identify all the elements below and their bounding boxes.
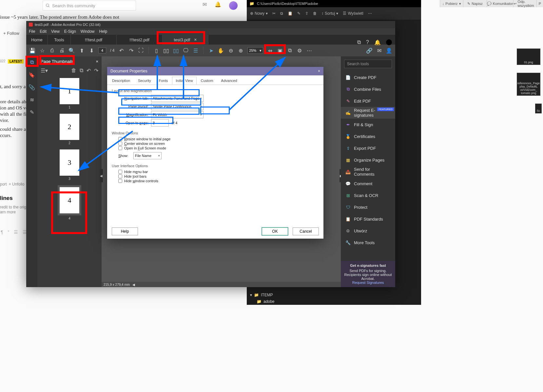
format-icon[interactable]: ¶ — [1, 229, 3, 235]
resize-checkbox[interactable]: Resize window to initial page — [118, 137, 319, 141]
menu-esign[interactable]: E-Sign — [64, 29, 76, 34]
page-number-input[interactable] — [98, 48, 106, 53]
extract-icon[interactable]: ⧉ — [80, 68, 83, 73]
show-select[interactable]: File Name — [133, 152, 162, 159]
hand-icon[interactable]: ✋ — [218, 48, 224, 53]
expand-handle[interactable]: ◀ — [100, 169, 103, 182]
tab-security[interactable]: Security — [134, 77, 155, 85]
tree-item[interactable]: ▾ 📁 ITEMP — [250, 292, 274, 298]
tool-standards[interactable]: 📋PDF Standards — [341, 213, 395, 225]
numbered-list-icon[interactable]: ☰ — [14, 229, 18, 235]
fullscreen-checkbox[interactable]: Open in Full Screen mode — [118, 146, 319, 150]
tab-description[interactable]: Description — [108, 77, 134, 85]
layers-icon[interactable]: ≋ — [29, 96, 35, 103]
tool-certificates[interactable]: 🏅Certificates — [341, 130, 395, 142]
sort-button[interactable]: ↕ Sortuj ▾ — [321, 11, 338, 16]
tool-create-pdf[interactable]: 📄Create PDF — [341, 71, 395, 83]
cut-icon[interactable]: ✂ — [272, 11, 276, 16]
tool-organize[interactable]: ▦Organize Pages — [341, 154, 395, 166]
copy-icon[interactable]: ⧉ — [280, 11, 283, 16]
file-thumb[interactable]: references_Page play_DefaultL utAndZoom_… — [517, 73, 540, 96]
save-icon[interactable]: 💾 — [29, 48, 35, 53]
new-button[interactable]: ⊕ Nowy ▾ — [250, 11, 268, 16]
rename-icon[interactable]: ✎ — [297, 11, 301, 16]
paste-icon[interactable]: 📋 — [288, 11, 293, 16]
tool-more[interactable]: 🔧More Tools — [341, 237, 395, 248]
help-button[interactable]: Help — [112, 227, 138, 235]
hide-toolbar-checkbox[interactable]: Hide tool bars — [118, 174, 319, 178]
help-icon[interactable]: ? — [366, 39, 369, 46]
read-aloud-icon[interactable]: ⧉ — [287, 48, 293, 53]
attachment-icon[interactable]: 📎 — [29, 84, 35, 90]
reading-mode-icon[interactable]: 🖵 — [183, 48, 189, 53]
print-icon[interactable]: 🖨 — [59, 48, 65, 53]
close-icon[interactable]: × — [194, 37, 197, 42]
bell-icon[interactable]: 🔔 — [374, 39, 381, 46]
mail-icon[interactable]: ✉ — [376, 48, 382, 53]
tool-protect[interactable]: 🛡Protect — [341, 201, 395, 213]
down-icon[interactable]: ⬇ — [88, 48, 94, 53]
tab-document[interactable]: !!!test2.pdf — [117, 35, 163, 45]
view-button[interactable]: ☰ Wyświetl — [343, 11, 363, 16]
tab-document-active[interactable]: test3.pdf× — [163, 35, 208, 45]
menu-help[interactable]: Help — [99, 29, 107, 34]
top-tab[interactable]: P — [536, 0, 543, 7]
tool-send-comments[interactable]: 📤Send for Comments — [341, 166, 395, 178]
tab-document[interactable]: !!!test.pdf — [71, 35, 117, 45]
print-preview-icon[interactable]: ⎙ — [49, 48, 55, 53]
rotate-ccw-icon[interactable]: ↶ — [118, 48, 124, 53]
options-icon[interactable]: ☰▾ — [41, 68, 48, 74]
tab-initial-view[interactable]: Initial View — [172, 77, 196, 85]
close-icon[interactable]: × — [318, 69, 320, 73]
tab-tools[interactable]: Tools — [48, 35, 71, 45]
thumbnail-item-selected[interactable]: 44 — [58, 185, 81, 220]
cancel-button[interactable]: Cancel — [293, 227, 319, 235]
select-icon[interactable]: ➤ — [208, 48, 214, 53]
search-icon[interactable]: 🔍 — [69, 48, 75, 53]
thumbnail-item[interactable]: 11 — [60, 78, 79, 109]
zoom-dropdown[interactable]: 25%▾ — [247, 47, 263, 54]
menu-file[interactable]: File — [29, 29, 35, 34]
hide-window-checkbox[interactable]: Hide window controls — [118, 179, 319, 183]
close-icon[interactable]: × — [96, 59, 98, 64]
report-link[interactable]: port + Unfollo — [0, 182, 24, 187]
tool-export[interactable]: ⇪Export PDF — [341, 142, 395, 154]
file-thumb[interactable]: 01.png — [517, 49, 540, 65]
magnification-select[interactable]: Fit Width — [151, 111, 204, 118]
nav-tab-select[interactable]: Attachments Panel and Page — [151, 95, 204, 102]
promo-link[interactable]: Request Signatures — [343, 281, 393, 284]
zoom-in-icon[interactable]: ⊕ — [238, 48, 243, 53]
learn-more-link[interactable]: arn more — [0, 210, 16, 214]
two-page-icon[interactable]: ▯▯ — [163, 48, 169, 53]
tool-fill-sign[interactable]: ✒Fill & Sign — [341, 119, 395, 130]
follow-button[interactable]: + Follow — [3, 31, 19, 36]
continuous-icon[interactable]: ▯▯ — [173, 48, 179, 53]
scroll-left-icon[interactable]: ◀ — [132, 283, 135, 286]
more-icon[interactable]: ⋯ — [306, 48, 312, 53]
bookmark-icon[interactable]: 🔖 — [29, 71, 35, 78]
thumbnail-item[interactable]: 22 — [60, 114, 79, 145]
top-tab[interactable]: ✎ Napisz — [463, 0, 486, 7]
rotate-cw-icon[interactable]: ↷ — [128, 48, 134, 53]
fit-width-icon[interactable]: ⇔ — [267, 48, 273, 53]
thumbnail-item[interactable]: 33 — [60, 149, 79, 181]
tools-search[interactable]: Search tools — [344, 60, 392, 68]
top-tab[interactable]: 💬 Komunikator — [487, 0, 513, 7]
tab-home[interactable]: Home — [26, 35, 48, 45]
share-icon[interactable]: 👤 — [386, 48, 392, 53]
delete-icon[interactable]: 🗑 — [313, 11, 317, 16]
account-icon[interactable] — [386, 39, 392, 45]
single-page-icon[interactable]: ▯ — [153, 48, 159, 53]
screen-icon[interactable]: ⧉ — [357, 39, 361, 46]
menu-lines-icon[interactable]: ☰ — [193, 48, 199, 53]
star-icon[interactable]: ☆ — [39, 48, 45, 53]
tool-edit-pdf[interactable]: ✎Edit PDF — [341, 95, 395, 107]
fit-page-icon[interactable]: ⛶ — [138, 48, 144, 53]
bell-icon[interactable]: 🔔 — [215, 1, 221, 10]
top-tab[interactable]: ↓ Pobierz ▾ — [440, 0, 463, 7]
menu-window[interactable]: Window — [81, 29, 95, 34]
tab-advanced[interactable]: Advanced — [218, 77, 241, 85]
tab-custom[interactable]: Custom — [197, 77, 217, 85]
rotate-ccw-icon[interactable]: ↶ — [87, 68, 91, 74]
signature-icon[interactable]: ✎ — [29, 109, 35, 115]
